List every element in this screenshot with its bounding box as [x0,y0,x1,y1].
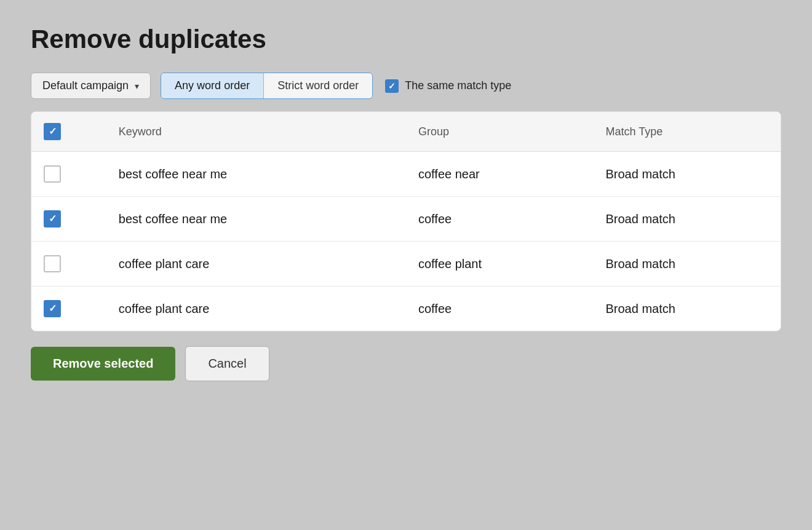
keyword-header: Keyword [106,112,406,152]
table-row: best coffee near me coffee near Broad ma… [31,152,781,197]
table-row: ✓ coffee plant care coffee Broad match [31,287,781,331]
row-match-type-3: Broad match [594,287,781,331]
row-match-type-1: Broad match [594,197,781,242]
chevron-down-icon: ▾ [135,81,139,91]
row-match-type-0: Broad match [594,152,781,197]
match-type-header: Match Type [594,112,781,152]
cancel-button[interactable]: Cancel [185,346,269,381]
row-checkbox-3[interactable]: ✓ [44,300,61,317]
row-keyword-3: coffee plant care [106,287,406,331]
row-checkbox-cell[interactable]: ✓ [31,197,106,242]
row-checkbox-2[interactable] [44,255,61,272]
table-row: coffee plant care coffee plant Broad mat… [31,242,781,287]
remove-selected-button[interactable]: Remove selected [31,347,175,381]
main-container: Remove duplicates Default campaign ▾ Any… [31,25,781,381]
any-word-order-button[interactable]: Any word order [161,73,263,98]
row-group-1: coffee [406,197,594,242]
table-row: ✓ best coffee near me coffee Broad match [31,197,781,242]
duplicates-table: ✓ Keyword Group Match Type best coffee n… [31,112,781,331]
row-group-2: coffee plant [406,242,594,287]
checkmark-icon: ✓ [49,214,57,224]
row-match-type-2: Broad match [594,242,781,287]
row-keyword-1: best coffee near me [106,197,406,242]
row-group-0: coffee near [406,152,594,197]
strict-word-order-button[interactable]: Strict word order [263,73,372,98]
word-order-group: Any word order Strict word order [161,73,373,99]
row-checkbox-1[interactable]: ✓ [44,210,61,227]
group-header: Group [406,112,594,152]
row-checkbox-cell[interactable] [31,242,106,287]
controls-row: Default campaign ▾ Any word order Strict… [31,73,781,99]
same-match-type-checkbox[interactable]: ✓ [385,79,399,93]
table-header-row: ✓ Keyword Group Match Type [31,112,781,152]
same-match-type-label: The same match type [405,79,511,92]
duplicates-table-wrapper: ✓ Keyword Group Match Type best coffee n… [31,111,781,331]
row-keyword-2: coffee plant care [106,242,406,287]
row-checkbox-cell[interactable]: ✓ [31,287,106,331]
page-title: Remove duplicates [31,25,781,54]
select-all-checkmark: ✓ [49,127,57,136]
campaign-label: Default campaign [42,79,129,92]
select-all-checkbox[interactable]: ✓ [44,123,61,140]
row-checkbox-cell[interactable] [31,152,106,197]
action-buttons-row: Remove selected Cancel [31,346,781,381]
row-group-3: coffee [406,287,594,331]
checkmark-icon: ✓ [388,82,396,90]
row-checkbox-0[interactable] [44,165,61,183]
row-keyword-0: best coffee near me [106,152,406,197]
same-match-type-control: ✓ The same match type [385,79,511,93]
select-all-header[interactable]: ✓ [31,112,106,152]
checkmark-icon: ✓ [49,304,57,314]
campaign-dropdown[interactable]: Default campaign ▾ [31,73,151,99]
